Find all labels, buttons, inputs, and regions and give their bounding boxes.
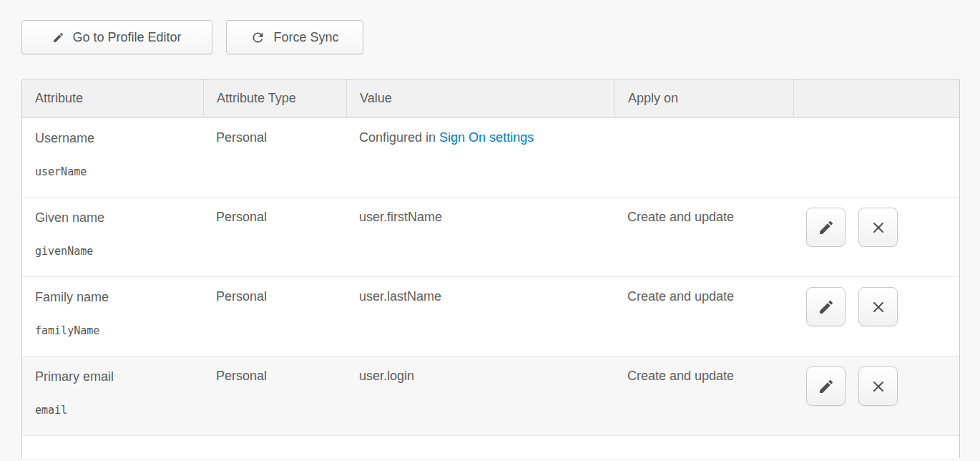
attribute-mappings-page: Go to Profile Editor Force Sync Attribut… xyxy=(0,0,980,461)
value-cell: Configured in Sign On settings xyxy=(346,118,614,197)
table-row-partial xyxy=(22,436,959,458)
table-row: Given name givenName Personal user.first… xyxy=(22,198,959,277)
attribute-cell: Given name givenName xyxy=(22,198,203,276)
x-icon xyxy=(870,219,887,236)
attribute-cell xyxy=(22,436,203,458)
table-row: Username userName Personal Configured in… xyxy=(22,118,959,198)
actions-cell xyxy=(793,118,959,197)
go-to-profile-editor-label: Go to Profile Editor xyxy=(72,30,181,45)
attribute-label: Username xyxy=(35,130,193,146)
value-cell: user.login xyxy=(346,356,614,435)
attribute-label: Given name xyxy=(35,210,193,225)
apply-on-cell xyxy=(614,118,793,197)
column-header-attribute: Attribute xyxy=(22,79,203,117)
delete-attribute-button[interactable] xyxy=(858,287,898,326)
attribute-variable-name: givenName xyxy=(35,245,193,258)
toolbar: Go to Profile Editor Force Sync xyxy=(21,20,363,54)
column-header-value: Value xyxy=(346,79,614,117)
attribute-cell: Username userName xyxy=(22,118,203,197)
column-header-actions xyxy=(793,79,959,117)
apply-on-cell: Create and update xyxy=(614,356,793,435)
sign-on-settings-link[interactable]: Sign On settings xyxy=(439,130,534,145)
table-row: Primary email email Personal user.login … xyxy=(22,356,959,436)
x-icon xyxy=(870,299,887,316)
attribute-cell: Primary email email xyxy=(22,356,203,435)
edit-attribute-button[interactable] xyxy=(806,367,846,406)
refresh-icon xyxy=(250,30,265,45)
delete-attribute-button[interactable] xyxy=(858,367,898,406)
x-icon xyxy=(870,378,887,395)
value-cell xyxy=(346,436,614,458)
attribute-type-cell: Personal xyxy=(203,118,346,197)
value-cell: user.firstName xyxy=(346,198,614,276)
table-row: Family name familyName Personal user.las… xyxy=(22,277,959,356)
attribute-type-cell: Personal xyxy=(203,198,346,276)
delete-attribute-button[interactable] xyxy=(858,208,898,247)
attribute-variable-name: email xyxy=(35,404,193,417)
attribute-type-cell: Personal xyxy=(203,356,346,435)
attribute-label: Primary email xyxy=(35,369,193,384)
actions-cell xyxy=(793,277,959,356)
column-header-apply-on: Apply on xyxy=(614,79,793,117)
pencil-icon xyxy=(818,299,835,316)
pencil-icon xyxy=(818,378,835,395)
table-header: Attribute Attribute Type Value Apply on xyxy=(22,79,959,118)
attribute-cell: Family name familyName xyxy=(22,277,203,356)
edit-attribute-button[interactable] xyxy=(806,287,846,326)
apply-on-cell xyxy=(614,436,793,458)
actions-cell xyxy=(793,198,959,276)
pencil-icon xyxy=(818,219,835,236)
attribute-variable-name: userName xyxy=(35,165,193,178)
value-cell: user.lastName xyxy=(346,277,614,356)
attribute-label: Family name xyxy=(35,289,193,305)
apply-on-cell: Create and update xyxy=(614,198,793,276)
attribute-type-cell: Personal xyxy=(203,277,346,356)
column-header-attribute-type: Attribute Type xyxy=(203,79,346,117)
edit-attribute-button[interactable] xyxy=(806,208,846,247)
apply-on-cell: Create and update xyxy=(614,277,793,356)
actions-cell xyxy=(793,436,959,458)
attribute-mapping-table: Attribute Attribute Type Value Apply on … xyxy=(21,79,960,458)
force-sync-button[interactable]: Force Sync xyxy=(226,20,363,54)
force-sync-label: Force Sync xyxy=(273,30,338,45)
go-to-profile-editor-button[interactable]: Go to Profile Editor xyxy=(21,20,212,54)
actions-cell xyxy=(793,356,959,435)
value-text: Configured in xyxy=(359,130,439,145)
attribute-variable-name: familyName xyxy=(35,324,193,337)
pencil-icon xyxy=(52,31,64,44)
attribute-type-cell xyxy=(203,436,346,458)
